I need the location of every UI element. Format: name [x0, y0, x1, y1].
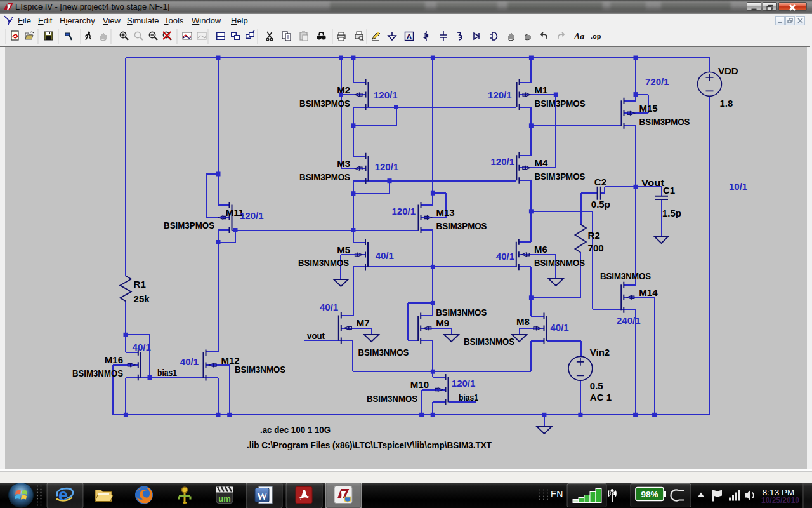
- svg-text:M4: M4: [534, 157, 547, 168]
- svg-text:BSIM3NMOS: BSIM3NMOS: [600, 271, 651, 281]
- svg-text:Aa: Aa: [573, 32, 584, 41]
- svg-text:BSIM3PMOS: BSIM3PMOS: [436, 220, 487, 231]
- svg-text:um: um: [218, 494, 231, 504]
- svg-text:M13: M13: [436, 207, 455, 218]
- svg-text:240/1: 240/1: [617, 315, 641, 326]
- svg-text:0.5: 0.5: [590, 380, 603, 391]
- svg-text:BSIM3NMOS: BSIM3NMOS: [235, 364, 285, 375]
- svg-text:10/1: 10/1: [729, 181, 747, 192]
- svg-text:1.5p: 1.5p: [662, 208, 681, 218]
- svg-text:vout: vout: [307, 330, 325, 341]
- svg-text:BSIM3NMOS: BSIM3NMOS: [72, 368, 123, 378]
- svg-text:1.8: 1.8: [720, 98, 733, 109]
- svg-text:BSIM3NMOS: BSIM3NMOS: [358, 347, 409, 358]
- svg-text:BSIM3PMOS: BSIM3PMOS: [164, 220, 214, 231]
- svg-text:40/1: 40/1: [376, 250, 394, 261]
- svg-text:120/1: 120/1: [374, 90, 398, 100]
- svg-text:A: A: [407, 32, 412, 40]
- svg-text:M6: M6: [534, 244, 547, 255]
- svg-text:C1: C1: [663, 185, 675, 196]
- svg-text:120/1: 120/1: [391, 206, 416, 217]
- svg-text:Vin2: Vin2: [590, 347, 610, 358]
- svg-text:R1: R1: [134, 279, 146, 290]
- svg-text:M14: M14: [639, 287, 658, 298]
- svg-text:BSIM3PMOS: BSIM3PMOS: [299, 171, 350, 182]
- svg-text:EN: EN: [551, 489, 563, 499]
- svg-text:M16: M16: [105, 354, 123, 365]
- svg-text:bias1: bias1: [157, 367, 177, 378]
- svg-text:0.5p: 0.5p: [591, 199, 610, 210]
- svg-text:120/1: 120/1: [490, 156, 514, 167]
- svg-text:VDD: VDD: [718, 65, 738, 76]
- svg-text:M1: M1: [535, 84, 548, 95]
- svg-text:AC 1: AC 1: [590, 392, 612, 403]
- svg-text:40/1: 40/1: [496, 251, 514, 262]
- svg-text:120/1: 120/1: [240, 210, 264, 221]
- svg-text:BSIM3NMOS: BSIM3NMOS: [298, 257, 349, 268]
- svg-text:M7: M7: [357, 318, 370, 328]
- svg-text:120/1: 120/1: [452, 378, 476, 389]
- svg-text:40/1: 40/1: [180, 356, 199, 367]
- svg-text:BSIM3PMOS: BSIM3PMOS: [639, 116, 690, 127]
- svg-text:BSIM3PMOS: BSIM3PMOS: [534, 171, 585, 182]
- svg-text:40/1: 40/1: [320, 302, 338, 312]
- svg-text:98%: 98%: [641, 490, 658, 499]
- svg-text:10/25/2010: 10/25/2010: [761, 496, 799, 505]
- svg-text:BSIM3NMOS: BSIM3NMOS: [367, 393, 417, 404]
- svg-text:M9: M9: [436, 318, 449, 328]
- svg-text:BSIM3PMOS: BSIM3PMOS: [535, 98, 586, 109]
- svg-text:M8: M8: [516, 316, 530, 327]
- svg-text:720/1: 720/1: [645, 76, 669, 87]
- svg-text:M2: M2: [337, 84, 350, 95]
- svg-text:.ac dec 100 1 10G: .ac dec 100 1 10G: [260, 424, 331, 435]
- svg-text:R2: R2: [588, 230, 600, 241]
- svg-text:120/1: 120/1: [375, 161, 399, 172]
- svg-text:.op: .op: [591, 32, 601, 40]
- svg-text:BSIM3PMOS: BSIM3PMOS: [299, 98, 350, 109]
- svg-text:Vout: Vout: [641, 177, 664, 188]
- svg-text:bias1: bias1: [459, 392, 478, 403]
- svg-text:M15: M15: [639, 103, 658, 114]
- svg-text:.lib C:\Program Files (x86)\LT: .lib C:\Program Files (x86)\LTC\LTspiceI…: [247, 439, 492, 450]
- svg-text:BSIM3NMOS: BSIM3NMOS: [534, 257, 585, 268]
- svg-text:C2: C2: [594, 177, 606, 187]
- svg-text:M3: M3: [337, 158, 350, 169]
- svg-text:40/1: 40/1: [551, 322, 569, 333]
- svg-text:BSIM3NMOS: BSIM3NMOS: [436, 307, 487, 318]
- svg-text:120/1: 120/1: [488, 90, 512, 100]
- svg-text:M10: M10: [410, 379, 429, 390]
- svg-text:W: W: [257, 490, 268, 502]
- svg-text:700: 700: [588, 243, 604, 253]
- svg-text:M5: M5: [337, 244, 350, 255]
- svg-text:40/1: 40/1: [133, 342, 151, 352]
- svg-text:25k: 25k: [134, 293, 150, 304]
- svg-text:BSIM3NMOS: BSIM3NMOS: [464, 336, 514, 347]
